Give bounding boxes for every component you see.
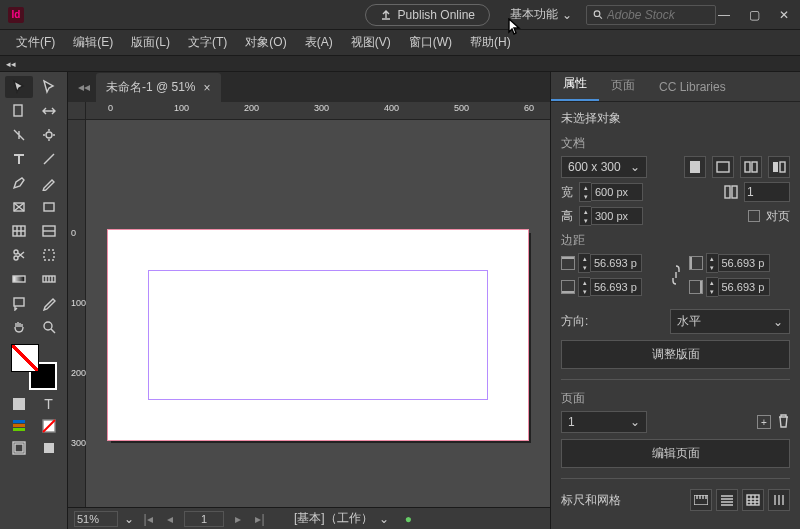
close-button[interactable]: ✕ [776, 8, 792, 22]
grid-tool[interactable] [5, 220, 33, 242]
orientation-dropdown[interactable]: 水平⌄ [670, 309, 790, 334]
hand-tool[interactable] [5, 316, 33, 338]
free-transform-tool[interactable] [35, 244, 63, 266]
menu-edit[interactable]: 编辑(E) [65, 31, 121, 54]
dock-toggle-icon[interactable]: ◂◂ [6, 59, 16, 69]
minimize-button[interactable]: ― [716, 8, 732, 22]
margin-guide [148, 270, 488, 400]
chevron-down-icon[interactable]: ⌄ [124, 512, 134, 526]
binding-rtl-icon[interactable] [768, 156, 790, 178]
orient-portrait-icon[interactable] [684, 156, 706, 178]
maximize-button[interactable]: ▢ [746, 8, 762, 22]
doc-grid-icon[interactable] [742, 489, 764, 511]
delete-page-icon[interactable] [777, 414, 790, 431]
view-mode-normal[interactable] [5, 438, 33, 458]
menu-window[interactable]: 窗口(W) [401, 31, 460, 54]
eyedropper-tool[interactable] [35, 292, 63, 314]
menu-bar: 文件(F) 编辑(E) 版面(L) 文字(T) 对象(O) 表(A) 视图(V)… [0, 30, 800, 56]
app-icon: Id [8, 7, 24, 23]
binding-ltr-icon[interactable] [740, 156, 762, 178]
layout-grid-icon[interactable] [768, 489, 790, 511]
apply-none-icon[interactable] [35, 416, 63, 436]
selection-tool[interactable] [5, 76, 33, 98]
svg-point-2 [46, 132, 52, 138]
note-tool[interactable] [5, 292, 33, 314]
zoom-input[interactable] [74, 511, 118, 527]
edit-page-button[interactable]: 编辑页面 [561, 439, 790, 468]
color-swatch[interactable] [11, 344, 57, 390]
chevron-down-icon[interactable]: ⌄ [379, 512, 389, 526]
margin-bottom-input[interactable]: ▴▾ [578, 277, 642, 297]
preset-dropdown[interactable]: 600 x 300⌄ [561, 156, 647, 178]
margin-left-input[interactable]: ▴▾ [706, 253, 770, 273]
workspace-dropdown[interactable]: 基本功能 ⌄ [510, 6, 572, 23]
document-page[interactable] [108, 230, 528, 440]
content-tool[interactable] [5, 124, 33, 146]
dock-toggle-icon[interactable]: ◂◂ [78, 80, 96, 102]
direct-selection-tool[interactable] [35, 76, 63, 98]
publish-online-button[interactable]: Publish Online [365, 4, 490, 26]
width-input[interactable]: ▴▾ [579, 182, 643, 202]
apply-color-icon[interactable] [5, 416, 33, 436]
tab-properties[interactable]: 属性 [551, 68, 599, 101]
menu-object[interactable]: 对象(O) [237, 31, 294, 54]
margin-top-input[interactable]: ▴▾ [578, 253, 642, 273]
format-text-icon[interactable]: T [35, 394, 63, 414]
control-bar: ◂◂ [0, 56, 800, 72]
orient-landscape-icon[interactable] [712, 156, 734, 178]
gradient-tool[interactable] [5, 268, 33, 290]
scissors-tool[interactable] [5, 244, 33, 266]
page-section-label: 页面 [561, 390, 790, 407]
search-box[interactable] [586, 5, 716, 25]
link-margins-icon[interactable] [667, 261, 685, 289]
document-tab[interactable]: 未命名-1 @ 51% × [96, 73, 221, 102]
ruler-icon[interactable] [690, 489, 712, 511]
menu-type[interactable]: 文字(T) [180, 31, 235, 54]
pencil-tool[interactable] [35, 172, 63, 194]
first-page-button[interactable]: |◂ [140, 512, 156, 526]
rect-frame-tool[interactable] [5, 196, 33, 218]
rect-tool[interactable] [35, 196, 63, 218]
gap-tool[interactable] [35, 100, 63, 122]
pen-tool[interactable] [5, 172, 33, 194]
height-input[interactable]: ▴▾ [579, 206, 643, 226]
close-tab-icon[interactable]: × [204, 81, 211, 95]
new-page-icon[interactable]: + [757, 415, 771, 429]
format-container-icon[interactable] [5, 394, 33, 414]
canvas[interactable] [86, 120, 550, 507]
next-page-button[interactable]: ▸ [230, 512, 246, 526]
facing-checkbox[interactable] [748, 210, 760, 222]
type-tool[interactable] [5, 148, 33, 170]
page-input[interactable] [184, 511, 224, 527]
menu-layout[interactable]: 版面(L) [123, 31, 178, 54]
baseline-grid-icon[interactable] [716, 489, 738, 511]
svg-rect-31 [747, 495, 759, 505]
menu-help[interactable]: 帮助(H) [462, 31, 519, 54]
last-page-button[interactable]: ▸| [252, 512, 268, 526]
menu-table[interactable]: 表(A) [297, 31, 341, 54]
master-label[interactable]: [基本]（工作） [294, 510, 373, 527]
search-input[interactable] [607, 8, 709, 22]
content-grabber-tool[interactable] [35, 124, 63, 146]
tab-pages[interactable]: 页面 [599, 70, 647, 101]
page-dropdown[interactable]: 1⌄ [561, 411, 647, 433]
page-tool[interactable] [5, 100, 33, 122]
columns-input[interactable] [744, 182, 790, 202]
line-tool[interactable] [35, 148, 63, 170]
tab-cc-libraries[interactable]: CC Libraries [647, 73, 738, 101]
menu-view[interactable]: 视图(V) [343, 31, 399, 54]
preflight-icon[interactable]: ● [405, 512, 412, 526]
gradient-feather-tool[interactable] [35, 268, 63, 290]
svg-rect-21 [44, 443, 54, 453]
svg-rect-29 [732, 186, 737, 198]
zoom-tool[interactable] [35, 316, 63, 338]
svg-rect-1 [14, 105, 22, 116]
grid-frame-tool[interactable] [35, 220, 63, 242]
prev-page-button[interactable]: ◂ [162, 512, 178, 526]
svg-rect-15 [13, 420, 25, 423]
margin-left-icon [689, 256, 703, 270]
menu-file[interactable]: 文件(F) [8, 31, 63, 54]
adjust-layout-button[interactable]: 调整版面 [561, 340, 790, 369]
view-mode-preview[interactable] [35, 438, 63, 458]
margin-right-input[interactable]: ▴▾ [706, 277, 770, 297]
